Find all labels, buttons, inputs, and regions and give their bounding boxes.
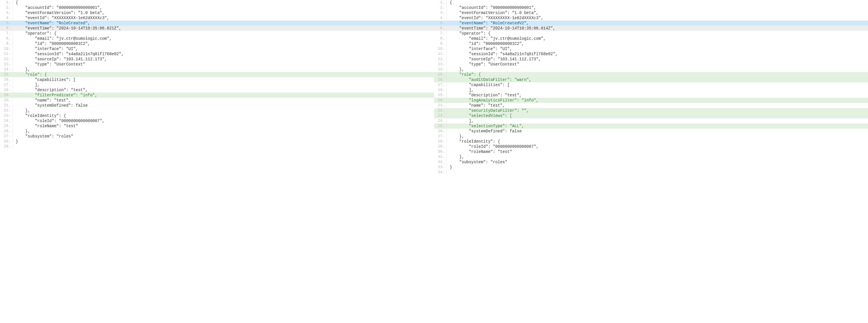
gutter-separator	[12, 52, 13, 57]
line-content: "sessionId": "s4a8a2i1n7q0ifl768e02",	[450, 52, 868, 57]
line-number: 25	[434, 123, 446, 129]
code-line: 17 "capabilities": [	[434, 82, 868, 87]
line-number: 28	[0, 139, 12, 144]
line-number: 16	[434, 77, 446, 82]
line-content: "securityDataFilter": "",	[450, 108, 868, 113]
code-line: 6 "eventTime": "2024-10-14T10:35:06.814Z…	[434, 26, 868, 31]
line-number: 25	[0, 123, 12, 129]
code-line: 26 },	[0, 129, 434, 134]
code-line: 30 "roleName": "test"	[434, 149, 868, 154]
line-content: "subsystem": "roles"	[16, 134, 434, 139]
line-content: "eventFormatVersion": "1.0 beta",	[16, 10, 434, 16]
gutter-separator	[446, 118, 447, 123]
gutter-separator	[12, 0, 13, 5]
gutter-separator	[446, 72, 447, 77]
gutter-separator	[12, 118, 13, 123]
line-content: }	[450, 165, 868, 170]
line-content: },	[16, 108, 434, 113]
line-content: "description": "test",	[450, 93, 868, 98]
line-content: "eventName": "RoleCreated",	[16, 21, 434, 26]
gutter-separator	[446, 165, 447, 170]
code-line: 34	[434, 170, 868, 175]
line-content: "eventId": "XXXXXXXXX-1e62dXXXXc3",	[450, 16, 868, 21]
gutter-separator	[12, 21, 13, 26]
line-number: 17	[0, 82, 12, 87]
line-content: "eventName": "RoleCreatedV2",	[450, 21, 868, 26]
line-number: 21	[434, 103, 446, 108]
code-line: 27 },	[434, 134, 868, 139]
gutter-separator	[446, 149, 447, 154]
line-content: "role": {	[450, 72, 868, 77]
line-content: "type": "UserContext"	[450, 62, 868, 67]
gutter-separator	[12, 10, 13, 16]
line-content: "systemDefined": false	[450, 129, 868, 134]
gutter-separator	[446, 139, 447, 144]
line-number: 13	[0, 62, 12, 67]
line-content: },	[16, 67, 434, 72]
gutter-separator	[12, 93, 13, 98]
code-line: 12 "sourceIp": "103.141.112.173",	[434, 57, 868, 62]
line-content: "roleIdentity": {	[450, 139, 868, 144]
line-number: 9	[0, 41, 12, 46]
code-line: 19 "filterPredicate": "info",	[0, 93, 434, 98]
line-number: 20	[434, 98, 446, 103]
gutter-separator	[12, 62, 13, 67]
code-line: 2 "accountId": "0000000000000001",	[0, 5, 434, 10]
line-content: "eventId": "XXXXXXXXX-1e62dXXXXc3",	[16, 16, 434, 21]
code-line: 29	[0, 144, 434, 149]
code-line: 19 "description": "test",	[434, 93, 868, 98]
gutter-separator	[12, 129, 13, 134]
line-content: "roleId": "0000000000000007",	[16, 118, 434, 123]
code-line: 20 "logAnalyticsFilter": "info",	[434, 98, 868, 103]
line-content: }	[16, 139, 434, 144]
line-number: 8	[0, 36, 12, 41]
gutter-separator	[12, 5, 13, 10]
code-line: 24 ],	[434, 118, 868, 123]
line-content: "selectedViews": [	[450, 113, 868, 118]
line-content: "capabilities": [	[16, 77, 434, 82]
line-number: 1	[0, 0, 12, 5]
gutter-separator	[446, 0, 447, 5]
gutter-separator	[12, 41, 13, 46]
code-line: 23 "roleIdentity": {	[0, 113, 434, 118]
code-line: 33}	[434, 165, 868, 170]
code-line: 13 "type": "UserContext"	[0, 62, 434, 67]
gutter-separator	[12, 113, 13, 118]
line-content: "roleName": "test"	[450, 149, 868, 154]
code-line: 23 "selectedViews": [	[434, 113, 868, 118]
code-line: 1{	[434, 0, 868, 5]
gutter-separator	[446, 98, 447, 103]
line-number: 4	[0, 16, 12, 21]
gutter-separator	[12, 36, 13, 41]
line-number: 12	[434, 57, 446, 62]
line-number: 12	[0, 57, 12, 62]
gutter-separator	[12, 67, 13, 72]
gutter-separator	[446, 31, 447, 36]
gutter-separator	[446, 77, 447, 82]
gutter-separator	[446, 144, 447, 149]
code-line: 2 "accountId": "0000000000000001",	[434, 5, 868, 10]
gutter-separator	[446, 108, 447, 113]
line-content: "description": "test",	[16, 87, 434, 93]
line-content: ],	[16, 82, 434, 87]
line-content: "sourceIp": "103.141.112.173",	[16, 57, 434, 62]
gutter-separator	[446, 123, 447, 129]
code-line: 15 "role": {	[0, 72, 434, 77]
gutter-separator	[12, 46, 13, 52]
gutter-separator	[446, 87, 447, 93]
line-content: },	[450, 67, 868, 72]
line-content: "role": {	[16, 72, 434, 77]
code-line: 9 "id": "000000000001C2",	[434, 41, 868, 46]
line-number: 19	[0, 93, 12, 98]
line-number: 17	[434, 82, 446, 87]
gutter-separator	[12, 108, 13, 113]
code-line: 21 "name": "test",	[434, 103, 868, 108]
line-content: "id": "000000000001C2",	[16, 41, 434, 46]
line-number: 18	[0, 87, 12, 93]
line-number: 34	[434, 170, 446, 175]
line-number: 30	[434, 149, 446, 154]
line-number: 26	[0, 129, 12, 134]
line-content: ],	[450, 118, 868, 123]
line-number: 2	[434, 5, 446, 10]
code-line: 16 "auditDataFilter": "warn",	[434, 77, 868, 82]
